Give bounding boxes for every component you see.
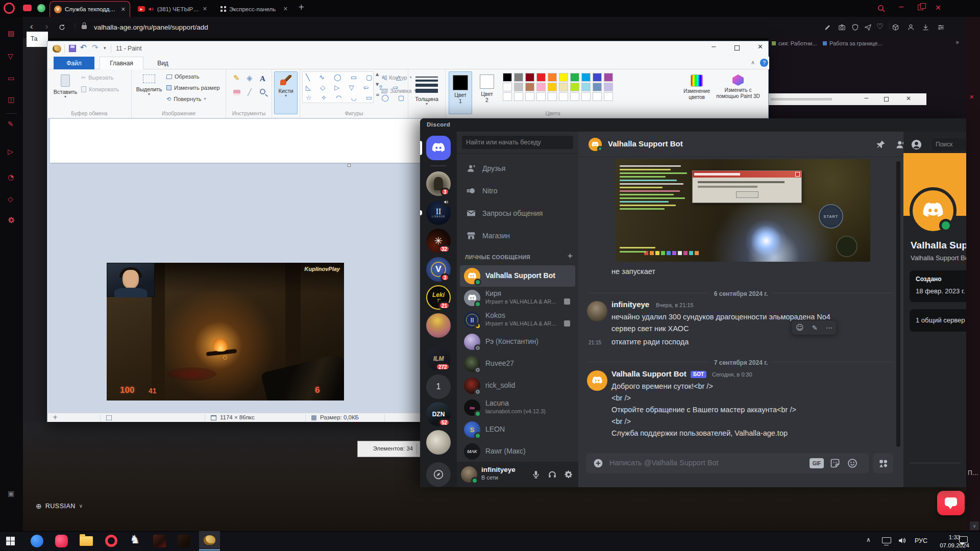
home-button[interactable] xyxy=(426,136,451,160)
more-actions-icon[interactable]: ⋯ xyxy=(826,324,832,331)
text-tool[interactable]: A xyxy=(260,74,265,83)
dm-item-leon[interactable]: S LEON xyxy=(460,419,575,440)
dm-item-rawr[interactable]: MAK Rawr (Макс) xyxy=(460,441,575,462)
extensions-cube-icon[interactable]: ◇ xyxy=(8,195,13,203)
palette-color[interactable] xyxy=(514,83,523,91)
chat-title[interactable]: Valhalla Support Bot xyxy=(608,139,683,148)
taskbar-chess-app-icon[interactable]: ♞ xyxy=(130,534,140,545)
taskbar-opera-icon[interactable] xyxy=(105,535,117,547)
page-dialog-close-icon[interactable]: ✕ xyxy=(969,94,974,100)
emoji-picker-icon[interactable] xyxy=(847,458,857,468)
server-monkey[interactable] xyxy=(426,313,451,338)
dm-item-kokos[interactable]: II Kokos Играет в VALHALLA & AR... xyxy=(460,309,575,331)
forward-button[interactable]: › xyxy=(45,22,48,31)
color1-button[interactable]: Цвет 1 xyxy=(449,71,472,114)
bookmark-item[interactable]: сия: Работни... xyxy=(772,40,817,46)
language-selector[interactable]: ⊕ RUSSIAN ∨ xyxy=(36,503,83,510)
tab-close-icon[interactable]: ✕ xyxy=(121,7,126,12)
user-profile-icon[interactable] xyxy=(911,139,922,151)
taskbar-blue-app-icon[interactable] xyxy=(31,535,43,547)
palette-color[interactable] xyxy=(593,73,602,82)
notification-center-icon[interactable] xyxy=(959,536,968,543)
palette-color[interactable] xyxy=(604,73,613,82)
palette-color[interactable] xyxy=(570,83,579,91)
palette-color[interactable] xyxy=(559,83,568,91)
save-button[interactable] xyxy=(69,45,76,52)
palette-color[interactable] xyxy=(536,73,546,82)
tab-close-icon[interactable]: ✕ xyxy=(203,6,207,12)
edit-colors-button[interactable]: Изменение цветов xyxy=(680,71,713,114)
qat-dropdown-icon[interactable]: ▾ xyxy=(104,46,106,51)
nav-friends[interactable]: Друзья xyxy=(461,158,574,179)
explore-button[interactable] xyxy=(426,462,451,487)
easel-icon[interactable]: ▤ xyxy=(8,30,14,37)
undo-button[interactable]: ↶ xyxy=(80,44,87,52)
message-avatar-bot[interactable] xyxy=(587,370,607,391)
chat-scrollbar[interactable] xyxy=(896,161,900,447)
palette-color[interactable] xyxy=(503,83,512,91)
message-caption[interactable]: не запускает xyxy=(611,267,851,276)
fragment-maximize-icon[interactable] xyxy=(884,97,889,102)
window-minimize-button[interactable]: − xyxy=(898,3,904,10)
taskbar-paint-active-slot[interactable] xyxy=(199,531,220,550)
tray-clock[interactable]: 1:33 07.09.2024 xyxy=(933,533,976,549)
lock-icon[interactable] xyxy=(82,25,87,29)
color2-button[interactable]: Цвет 2 xyxy=(475,71,499,114)
tab-file[interactable]: Файл xyxy=(54,57,94,69)
palette-color[interactable] xyxy=(593,83,602,91)
dm-item-kirya[interactable]: Киря Играет в VALHALLA & AR... xyxy=(460,287,575,309)
tray-network-icon[interactable] xyxy=(882,537,891,543)
edit-message-icon[interactable]: ✎ xyxy=(812,324,818,331)
eyedropper-tool[interactable]: ╱ xyxy=(248,89,252,95)
fragment-minimize-icon[interactable]: − xyxy=(864,95,869,101)
pen-icon[interactable]: ✎ xyxy=(8,120,14,128)
url-text[interactable]: valhalla-age.org/ru/panel/support/add xyxy=(94,23,208,31)
username[interactable]: infinityeye xyxy=(481,466,526,473)
taskbar-opera-gx-icon[interactable] xyxy=(55,535,68,547)
sticker-picker-icon[interactable] xyxy=(830,458,840,468)
conversation-search[interactable]: Найти или начать беседу xyxy=(462,136,573,149)
tv-icon[interactable]: ▭ xyxy=(8,74,14,82)
palette-color[interactable] xyxy=(503,73,512,82)
message-avatar-infinityeye[interactable] xyxy=(587,301,607,321)
tab-home[interactable]: Главная xyxy=(100,57,143,69)
shapes-scroll-down[interactable]: ▼ xyxy=(376,83,379,87)
redo-button[interactable]: ↷ xyxy=(92,44,99,52)
tray-language[interactable]: РУС xyxy=(915,537,927,544)
gif-picker-icon[interactable]: GIF xyxy=(810,458,824,468)
palette-color[interactable] xyxy=(536,83,546,91)
cut-button[interactable]: ✂Вырезать xyxy=(81,74,113,81)
tab-close-icon[interactable]: ✕ xyxy=(283,6,288,12)
opera-menu-button[interactable] xyxy=(4,3,15,14)
player-icon[interactable]: ▷ xyxy=(8,148,13,155)
mic-icon[interactable] xyxy=(531,470,541,479)
dm-header[interactable]: ЛИЧНЫЕ СООБЩЕНИЯ xyxy=(465,254,530,260)
bookmarks-overflow-icon[interactable]: » xyxy=(955,39,959,45)
palette-color[interactable] xyxy=(570,73,579,82)
sidebar-box-icon[interactable] xyxy=(892,23,899,31)
magnifier-tool[interactable] xyxy=(260,89,265,94)
eraser-tool[interactable] xyxy=(233,90,240,95)
user-settings-gear-icon[interactable] xyxy=(564,470,573,479)
profile-person-icon[interactable] xyxy=(907,23,915,31)
chat-search-box[interactable]: Поиск xyxy=(932,138,966,151)
dm-item-lacuna[interactable]: ∞ Lacuna lacunabot.com (v4.12.3) xyxy=(460,397,575,418)
nav-message-requests[interactable]: Запросы общения xyxy=(461,203,574,223)
snapshot-camera-icon[interactable] xyxy=(838,23,846,31)
palette-color[interactable] xyxy=(581,83,591,91)
pencil-tool[interactable]: ✎ xyxy=(233,74,240,82)
mutual-servers-card[interactable]: 1 общий сервер xyxy=(910,309,966,332)
nav-shop[interactable]: Магазин xyxy=(461,226,574,246)
help-button[interactable]: ? xyxy=(760,59,768,67)
extension-icon[interactable] xyxy=(37,4,45,12)
shapes-scroll-up[interactable]: ▲ xyxy=(376,72,379,77)
dm-item-rick-solid[interactable]: rick_solid xyxy=(460,375,575,396)
palette-color[interactable] xyxy=(548,73,557,82)
back-button[interactable]: ‹ xyxy=(30,22,33,31)
resize-button[interactable]: Изменить размер xyxy=(166,85,220,91)
headphones-icon[interactable] xyxy=(548,470,557,479)
tab-view[interactable]: Вид xyxy=(149,57,177,69)
browser-search-icon[interactable] xyxy=(877,4,886,13)
bookmark-item[interactable]: Работа за границе... xyxy=(823,40,883,46)
pinned-messages-icon[interactable] xyxy=(876,139,886,149)
